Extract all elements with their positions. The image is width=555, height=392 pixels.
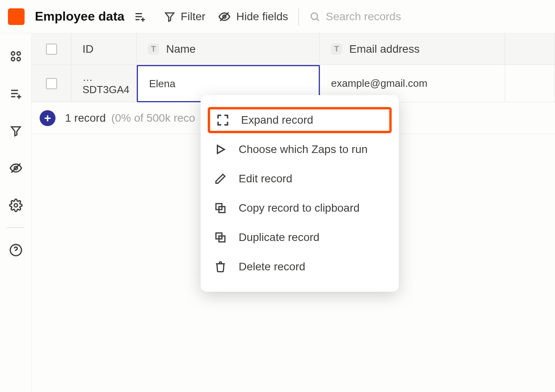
hide-fields-button[interactable]: Hide fields bbox=[218, 10, 288, 23]
header-name[interactable]: T Name bbox=[137, 33, 320, 65]
brand-logo[interactable] bbox=[8, 8, 25, 25]
left-rail bbox=[0, 33, 32, 392]
trash-icon bbox=[212, 259, 228, 275]
menu-duplicate-record[interactable]: Duplicate record bbox=[208, 224, 392, 250]
svg-line-9 bbox=[316, 18, 319, 21]
menu-edit-record[interactable]: Edit record bbox=[208, 166, 392, 192]
record-count-label: 1 record bbox=[65, 112, 106, 124]
toolbar-separator bbox=[299, 8, 299, 25]
rail-eye-off-icon[interactable] bbox=[9, 161, 23, 175]
menu-item-label: Edit record bbox=[239, 172, 292, 185]
record-context-menu: Expand record Choose which Zaps to run E… bbox=[201, 95, 399, 292]
menu-choose-zaps[interactable]: Choose which Zaps to run bbox=[208, 136, 392, 163]
pencil-icon bbox=[212, 171, 228, 187]
eye-off-icon bbox=[218, 10, 231, 23]
add-record-button[interactable]: + bbox=[40, 110, 56, 126]
copy-icon bbox=[212, 200, 228, 216]
header-email-label: Email address bbox=[349, 43, 419, 55]
header-name-label: Name bbox=[166, 43, 196, 55]
row-id-cell[interactable]: …SDT3GA4 bbox=[71, 65, 137, 102]
text-type-icon: T bbox=[148, 44, 159, 55]
list-plus-icon bbox=[134, 11, 146, 23]
svg-point-13 bbox=[17, 57, 20, 61]
row-extra-cell[interactable] bbox=[505, 65, 555, 102]
svg-point-8 bbox=[311, 13, 317, 19]
menu-item-label: Delete record bbox=[239, 260, 305, 273]
svg-point-12 bbox=[11, 57, 15, 61]
help-icon[interactable] bbox=[9, 243, 23, 257]
svg-marker-25 bbox=[218, 145, 225, 153]
rail-filter-icon[interactable] bbox=[9, 124, 23, 138]
table-name[interactable]: Employee data bbox=[35, 9, 124, 24]
text-type-icon: T bbox=[331, 44, 342, 55]
select-all-checkbox[interactable] bbox=[46, 44, 57, 55]
expand-icon bbox=[215, 112, 231, 128]
row-checkbox[interactable] bbox=[46, 78, 57, 89]
duplicate-icon bbox=[212, 229, 228, 245]
add-list-icon[interactable] bbox=[9, 86, 23, 101]
settings-icon[interactable] bbox=[9, 198, 23, 212]
menu-item-label: Expand record bbox=[241, 114, 313, 126]
svg-point-10 bbox=[11, 52, 15, 55]
header-row: ID T Name T Email address bbox=[32, 33, 555, 65]
menu-delete-record[interactable]: Delete record bbox=[208, 254, 392, 280]
menu-item-label: Choose which Zaps to run bbox=[239, 143, 367, 156]
apps-icon[interactable] bbox=[9, 49, 23, 63]
row-checkbox-cell[interactable] bbox=[32, 65, 71, 102]
menu-copy-record[interactable]: Copy record to clipboard bbox=[208, 195, 392, 221]
menu-item-label: Duplicate record bbox=[239, 231, 320, 244]
svg-point-11 bbox=[17, 52, 20, 55]
menu-expand-record[interactable]: Expand record bbox=[208, 107, 392, 133]
header-email[interactable]: T Email address bbox=[320, 33, 505, 65]
hide-fields-label: Hide fields bbox=[236, 10, 288, 23]
record-quota-label: (0% of 500k reco bbox=[111, 112, 195, 124]
menu-item-label: Copy record to clipboard bbox=[239, 202, 360, 214]
svg-marker-5 bbox=[165, 13, 174, 21]
filter-icon bbox=[164, 11, 175, 22]
header-id[interactable]: ID bbox=[71, 33, 137, 65]
search-icon bbox=[309, 11, 320, 22]
top-toolbar: Employee data Filter Hide fields Search … bbox=[0, 0, 555, 33]
search-records[interactable]: Search records bbox=[309, 10, 401, 23]
svg-marker-19 bbox=[11, 127, 20, 136]
rail-divider bbox=[7, 228, 25, 228]
add-row-button[interactable] bbox=[134, 11, 146, 23]
play-icon bbox=[212, 142, 228, 157]
header-extra[interactable] bbox=[505, 33, 555, 65]
header-checkbox-cell[interactable] bbox=[32, 33, 71, 65]
filter-button[interactable]: Filter bbox=[164, 10, 205, 23]
svg-point-22 bbox=[14, 204, 17, 207]
search-placeholder: Search records bbox=[326, 10, 401, 23]
filter-label: Filter bbox=[181, 10, 205, 23]
